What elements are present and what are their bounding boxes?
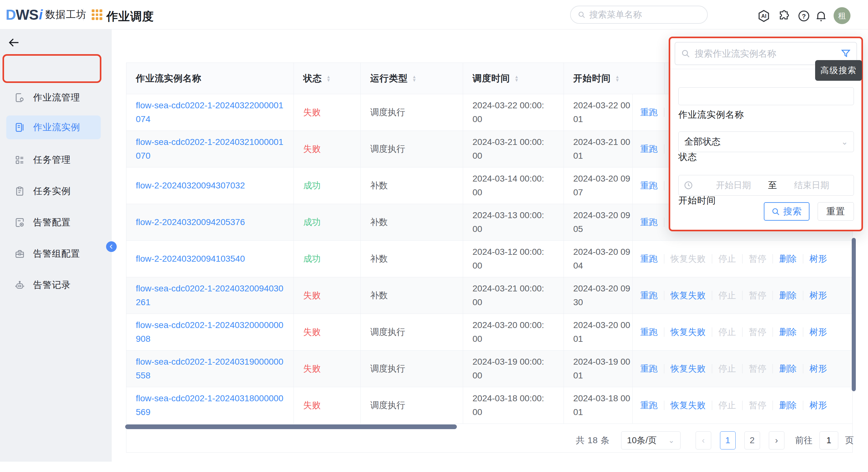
sidebar-item-label: 作业流实例 xyxy=(33,121,80,134)
search-icon xyxy=(578,10,585,19)
run-type-cell: 调度执行 xyxy=(361,131,463,167)
sort-icon[interactable]: ▲▼ xyxy=(412,75,417,82)
instance-search-input[interactable] xyxy=(695,49,841,59)
date-start-placeholder[interactable]: 开始日期 xyxy=(707,179,760,191)
vertical-scrollbar[interactable] xyxy=(852,238,856,391)
action-link-5[interactable]: 删除 xyxy=(779,290,797,301)
page-size-select[interactable]: 10条/页 ⌄ xyxy=(621,431,681,449)
action-link-3: 停止 xyxy=(718,400,736,411)
action-link-2[interactable]: 恢复失败 xyxy=(671,363,706,375)
action-link-1[interactable]: 重跑 xyxy=(640,216,658,228)
page-button-1[interactable]: 1 xyxy=(720,431,736,449)
menu-search-input[interactable] xyxy=(589,10,700,20)
action-divider xyxy=(742,291,743,300)
status-badge: 成功 xyxy=(294,204,361,240)
action-link-1[interactable]: 重跑 xyxy=(640,326,658,338)
sidebar-item-2[interactable]: 作业流实例 xyxy=(6,116,101,139)
action-link-6[interactable]: 树形 xyxy=(809,253,827,265)
instance-name-input[interactable] xyxy=(678,87,854,105)
action-link-1[interactable]: 重跑 xyxy=(640,400,658,411)
workflow-instance-name-link[interactable]: flow-sea-cdc0202-1-20240321000001070 xyxy=(126,131,294,167)
table-row: flow-sea-cdc0202-1-20240319000000558 失败 … xyxy=(126,351,852,387)
action-link-5[interactable]: 删除 xyxy=(779,363,797,375)
sidebar-item-5[interactable]: 告警配置 xyxy=(6,211,101,234)
column-header-name[interactable]: 作业流实例名称 xyxy=(126,63,294,94)
sidebar-item-label: 任务管理 xyxy=(33,154,71,166)
notification-bell-icon[interactable] xyxy=(814,9,828,23)
sort-icon[interactable]: ▲▼ xyxy=(327,75,331,82)
action-link-5[interactable]: 删除 xyxy=(779,326,797,338)
action-link-2[interactable]: 恢复失败 xyxy=(671,326,706,338)
table-row: flow-sea-cdc0202-1-20240320094030261 失败 … xyxy=(126,277,852,314)
workflow-instance-name-link[interactable]: flow-2-20240320094103540 xyxy=(126,241,294,277)
schedule-time-cell: 2024-03-13 00:00:00 xyxy=(463,204,564,240)
column-header-start-time[interactable]: 开始时间▲▼ xyxy=(564,63,664,94)
sort-icon[interactable]: ▲▼ xyxy=(615,75,620,82)
instance-name-label: 作业流实例名称 xyxy=(678,109,744,121)
sidebar-item-4[interactable]: 任务实例 xyxy=(6,179,101,203)
sidebar-item-6[interactable]: 告警组配置 xyxy=(6,242,101,266)
status-badge: 失败 xyxy=(294,277,361,314)
action-link-1[interactable]: 重跑 xyxy=(640,253,658,265)
search-button[interactable]: 搜索 xyxy=(764,202,809,221)
action-link-2: 恢复失败 xyxy=(671,253,706,265)
row-actions: 重跑恢复失败停止暂停删除树形 xyxy=(632,351,852,387)
action-link-5[interactable]: 删除 xyxy=(779,400,797,411)
action-link-6[interactable]: 树形 xyxy=(809,363,827,375)
action-link-6[interactable]: 树形 xyxy=(809,400,827,411)
status-label: 状态 xyxy=(678,151,697,164)
page-button-2[interactable]: 2 xyxy=(744,431,760,449)
date-range-picker[interactable]: 开始日期 至 结束日期 xyxy=(678,175,854,196)
workflow-instance-name-link[interactable]: flow-sea-cdc0202-1-20240322000001074 xyxy=(126,94,294,130)
sidebar-item-3[interactable]: 任务管理 xyxy=(6,148,101,172)
date-end-placeholder[interactable]: 结束日期 xyxy=(785,179,838,191)
sidebar-item-1[interactable]: 作业流管理 xyxy=(6,86,101,110)
row-actions: 重跑恢复失败停止暂停删除树形 xyxy=(632,277,852,314)
action-link-6[interactable]: 树形 xyxy=(809,290,827,301)
filter-icon[interactable] xyxy=(841,49,851,59)
column-header-run-type[interactable]: 运行类型▲▼ xyxy=(361,63,463,94)
menu-search-box[interactable] xyxy=(570,6,708,24)
schedule-time-cell: 2024-03-12 00:00:00 xyxy=(463,241,564,277)
brand-name: 数据工坊 xyxy=(45,8,87,22)
action-link-5[interactable]: 删除 xyxy=(779,253,797,265)
status-select[interactable]: 全部状态 ⌄ xyxy=(678,131,854,152)
action-link-1[interactable]: 重跑 xyxy=(640,107,658,118)
action-link-2[interactable]: 恢复失败 xyxy=(671,400,706,411)
status-badge: 失败 xyxy=(294,314,361,350)
action-link-1[interactable]: 重跑 xyxy=(640,290,658,301)
status-badge: 成功 xyxy=(294,168,361,204)
sidebar: 作业流管理作业流实例任务管理任务实例告警配置告警组配置告警记录 xyxy=(0,29,112,462)
action-link-1[interactable]: 重跑 xyxy=(640,363,658,375)
goto-label: 前往 xyxy=(795,435,813,446)
action-link-6[interactable]: 树形 xyxy=(809,326,827,338)
action-divider xyxy=(773,291,773,300)
next-page-button[interactable]: › xyxy=(769,431,784,449)
ai-assistant-icon[interactable]: AI xyxy=(756,9,771,23)
sidebar-collapse-button[interactable] xyxy=(106,241,117,252)
avatar[interactable]: 租 xyxy=(834,7,850,24)
column-header-status[interactable]: 状态▲▼ xyxy=(294,63,361,94)
workflow-instance-name-link[interactable]: flow-2-20240320094307032 xyxy=(126,168,294,204)
sort-icon[interactable]: ▲▼ xyxy=(515,75,519,82)
page: DWSi 数据工坊 作业调度 AI ? xyxy=(0,0,868,472)
workflow-instance-name-link[interactable]: flow-sea-cdc0202-1-20240320094030261 xyxy=(126,277,294,314)
back-arrow-icon[interactable] xyxy=(6,35,21,50)
workflow-instance-name-link[interactable]: flow-sea-cdc0202-1-20240318000000569 xyxy=(126,387,294,423)
workflow-instance-name-link[interactable]: flow-sea-cdc0202-1-20240320000000908 xyxy=(126,314,294,350)
app-grid-icon[interactable] xyxy=(92,9,102,20)
action-link-4: 暂停 xyxy=(749,400,766,411)
action-link-2[interactable]: 恢复失败 xyxy=(671,290,706,301)
sidebar-item-7[interactable]: 告警记录 xyxy=(6,273,101,297)
workflow-instance-name-link[interactable]: flow-sea-cdc0202-1-20240319000000558 xyxy=(126,351,294,387)
horizontal-scrollbar[interactable] xyxy=(125,424,457,429)
help-icon[interactable]: ? xyxy=(797,9,811,23)
workflow-instance-name-link[interactable]: flow-2-20240320094205376 xyxy=(126,204,294,240)
goto-page-input[interactable] xyxy=(819,431,838,449)
action-link-1[interactable]: 重跑 xyxy=(640,143,658,155)
action-link-1[interactable]: 重跑 xyxy=(640,180,658,191)
column-header-schedule-time[interactable]: 调度时间▲▼ xyxy=(463,63,564,94)
reset-button[interactable]: 重置 xyxy=(817,202,854,221)
prev-page-button[interactable]: ‹ xyxy=(695,431,711,449)
plugin-puzzle-icon[interactable] xyxy=(777,9,792,23)
